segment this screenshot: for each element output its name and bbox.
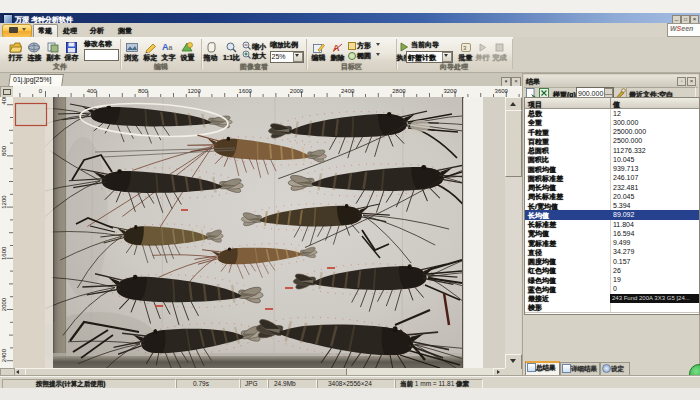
svg-text:1600: 1600 — [1, 246, 7, 260]
svg-text:400: 400 — [1, 97, 7, 105]
svg-text:0: 0 — [39, 88, 43, 94]
svg-text:3600: 3600 — [495, 88, 509, 94]
svg-text:800: 800 — [138, 88, 149, 94]
svg-text:2400: 2400 — [341, 88, 355, 94]
svg-text:800: 800 — [1, 145, 7, 156]
svg-text:2400: 2400 — [1, 348, 7, 362]
svg-text:2000: 2000 — [290, 88, 304, 94]
svg-text:2000: 2000 — [1, 297, 7, 311]
svg-text:1200: 1200 — [187, 88, 201, 94]
svg-text:1600: 1600 — [239, 88, 253, 94]
svg-text:400: 400 — [87, 88, 98, 94]
svg-text:1200: 1200 — [1, 195, 7, 209]
svg-text:3200: 3200 — [443, 88, 457, 94]
svg-text:2800: 2800 — [392, 88, 406, 94]
